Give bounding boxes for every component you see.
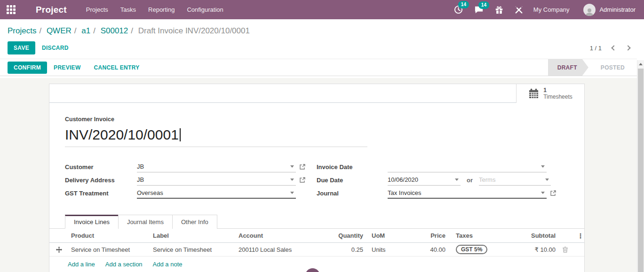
nav-item-configuration[interactable]: Configuration (181, 6, 229, 13)
invoice-date-input[interactable] (388, 161, 547, 172)
line-taxes[interactable]: GST 5% (445, 245, 520, 254)
dropdown-caret-icon[interactable] (290, 165, 294, 168)
line-product[interactable]: Service on Timesheet (68, 246, 150, 253)
payment-terms-input[interactable]: Terms (479, 174, 551, 186)
add-a-line-link[interactable]: Add a line (68, 261, 95, 268)
status-states: DRAFT POSTED (548, 59, 637, 76)
pager-previous-icon[interactable] (611, 45, 616, 50)
breadcrumb-link-projects[interactable]: Projects (8, 26, 36, 35)
line-account[interactable]: 200110 Local Sales (236, 246, 332, 253)
tab-journal-items[interactable]: Journal Items (118, 215, 173, 229)
form-fields: Customer JB Delivery Address (65, 160, 569, 200)
dropdown-caret-icon[interactable] (545, 179, 549, 181)
invoice-name-underline (65, 147, 367, 147)
customer-label: Customer (65, 163, 137, 171)
delivery-address-input[interactable]: JB (137, 174, 296, 186)
preview-button[interactable]: PREVIEW (47, 61, 87, 74)
dropdown-caret-icon[interactable] (541, 192, 545, 194)
apps-menu-icon[interactable] (7, 5, 16, 15)
messages-button[interactable]: 14 (469, 6, 489, 14)
gift-icon (495, 6, 503, 14)
status-posted[interactable]: POSTED (588, 59, 637, 76)
invoice-name-input[interactable]: INV/2020/10/0001 (65, 126, 569, 143)
tab-other-info[interactable]: Other Info (172, 215, 217, 229)
field-row-gst-treatment: GST Treatment Overseas (65, 187, 317, 200)
delivery-address-external-link-icon[interactable] (299, 177, 306, 183)
breadcrumb-separator: / (74, 26, 77, 35)
form-view: 1 Timesheets Customer Invoice INV/2020/1… (0, 78, 637, 272)
dropdown-caret-icon[interactable] (290, 179, 294, 181)
nav-item-reporting[interactable]: Reporting (142, 6, 181, 13)
scrollbar-thumb[interactable] (638, 69, 644, 272)
calendar-icon (528, 88, 539, 99)
line-quantity[interactable]: 0.25 (332, 246, 363, 253)
smart-button-text: 1 Timesheets (543, 87, 572, 100)
column-header-taxes[interactable]: Taxes (445, 232, 520, 239)
field-row-delivery-address: Delivery Address JB (65, 173, 317, 187)
breadcrumb-link-s00012[interactable]: S00012 (101, 26, 128, 35)
scrollbar[interactable] (637, 60, 644, 272)
invoice-name-value: INV/2020/10/0001 (65, 127, 179, 142)
activity-badge: 14 (458, 1, 469, 8)
gst-treatment-value: Overseas (137, 189, 288, 196)
column-header-quantity[interactable]: Quantity (332, 232, 363, 239)
add-a-note-link[interactable]: Add a note (153, 261, 183, 268)
customer-input[interactable]: JB (137, 161, 296, 172)
breadcrumb-link-qwer[interactable]: QWER (47, 26, 72, 35)
due-date-input[interactable]: 10/06/2020 (388, 174, 461, 186)
journal-input[interactable]: Tax Invoices (388, 187, 547, 199)
debug-tools-button[interactable] (509, 6, 529, 14)
app-menu: Projects Tasks Reporting Configuration (80, 6, 230, 13)
activities-button[interactable]: 14 (448, 5, 469, 14)
table-footer-links: Add a line Add a section Add a note (49, 256, 584, 268)
drag-handle-icon[interactable] (49, 247, 68, 253)
pager-next-icon[interactable] (625, 45, 630, 50)
dropdown-caret-icon[interactable] (455, 179, 459, 181)
journal-external-link-icon[interactable] (550, 190, 557, 196)
customer-external-link-icon[interactable] (299, 163, 306, 170)
column-header-product[interactable]: Product (68, 232, 150, 239)
column-header-price[interactable]: Price (420, 232, 445, 239)
field-row-journal: Journal Tax Invoices (317, 187, 569, 200)
line-label[interactable]: Service on Timesheet (150, 246, 236, 253)
pager-value: 1 / 1 (590, 45, 602, 52)
due-date-label: Due Date (317, 177, 388, 184)
column-header-account[interactable]: Account (236, 232, 332, 239)
user-menu[interactable]: Administrator (577, 4, 638, 16)
gift-button[interactable] (489, 6, 509, 14)
customer-value: JB (137, 163, 288, 170)
company-switcher[interactable]: My Company (529, 6, 577, 13)
add-a-section-link[interactable]: Add a section (105, 261, 143, 268)
nav-item-projects[interactable]: Projects (80, 6, 114, 13)
invoice-line-row[interactable]: Service on Timesheet Service on Timeshee… (49, 243, 584, 256)
tools-icon (515, 6, 523, 14)
breadcrumb-link-a1[interactable]: a1 (81, 26, 90, 35)
scroll-up-button[interactable] (637, 60, 644, 68)
column-header-subtotal[interactable]: Subtotal (520, 232, 556, 239)
pager: 1 / 1 (590, 45, 644, 52)
invoice-sheet: 1 Timesheets Customer Invoice INV/2020/1… (49, 84, 585, 272)
discard-button[interactable]: DISCARD (35, 41, 75, 54)
tax-badge[interactable]: GST 5% (456, 245, 487, 254)
timesheets-smart-button[interactable]: 1 Timesheets (516, 84, 584, 103)
status-draft[interactable]: DRAFT (548, 59, 588, 76)
gst-treatment-select[interactable]: Overseas (137, 187, 296, 199)
cancel-entry-button[interactable]: CANCEL ENTRY (87, 61, 146, 74)
tab-invoice-lines[interactable]: Invoice Lines (65, 215, 119, 229)
line-price[interactable]: 40.00 (420, 246, 445, 253)
dropdown-caret-icon[interactable] (290, 192, 294, 194)
dropdown-caret-icon[interactable] (541, 165, 545, 168)
confirm-button[interactable]: CONFIRM (8, 62, 47, 74)
breadcrumb-current: Draft Invoice INV/2020/10/0001 (138, 26, 250, 35)
nav-item-tasks[interactable]: Tasks (114, 6, 142, 13)
column-header-uom[interactable]: UoM (363, 232, 420, 239)
app-name[interactable]: Project (36, 5, 67, 15)
save-button[interactable]: SAVE (8, 41, 35, 54)
delivery-address-label: Delivery Address (65, 177, 137, 184)
line-uom[interactable]: Units (363, 246, 420, 253)
delete-line-icon[interactable] (556, 246, 574, 253)
column-header-label[interactable]: Label (150, 232, 236, 239)
optional-columns-icon[interactable]: ⋮ (574, 232, 584, 240)
text-cursor (180, 128, 181, 141)
notebook-tabs: Invoice Lines Journal Items Other Info (49, 215, 584, 229)
